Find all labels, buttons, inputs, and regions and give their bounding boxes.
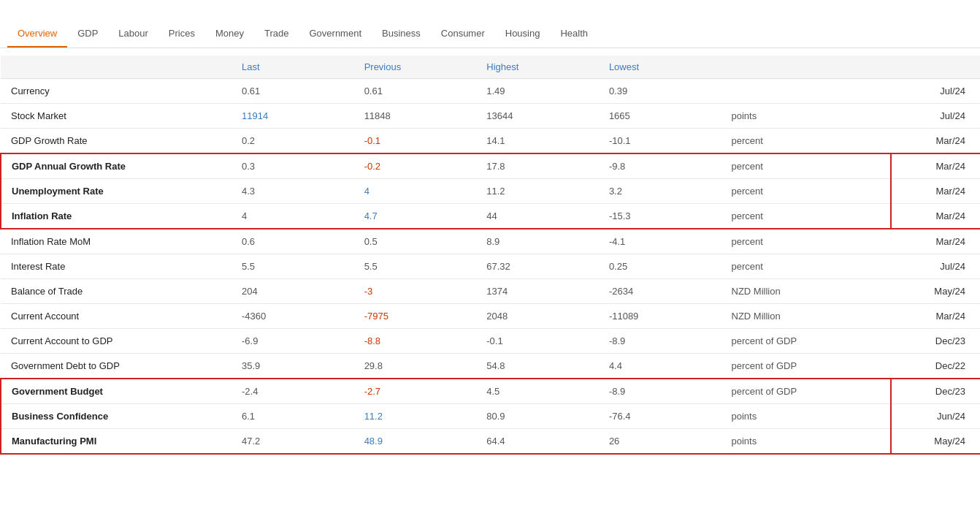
page-container: OverviewGDPLabourPricesMoneyTradeGovernm… — [0, 0, 980, 469]
col-header-last: Last — [234, 56, 357, 79]
nav-tab-business[interactable]: Business — [372, 20, 431, 48]
indicator-date: Jul/24 — [891, 254, 980, 279]
nav-tab-money[interactable]: Money — [205, 20, 254, 48]
indicator-unit: percent — [724, 153, 892, 179]
indicators-table: Last Previous Highest Lowest Currency 0.… — [0, 56, 980, 455]
nav-tab-consumer[interactable]: Consumer — [431, 20, 495, 48]
table-row[interactable]: Business Confidence 6.1 11.2 80.9 -76.4 … — [1, 404, 980, 429]
page-title — [0, 7, 980, 20]
indicator-unit: percent — [724, 129, 892, 154]
indicator-name: GDP Growth Rate — [1, 129, 234, 154]
indicator-name: Government Debt to GDP — [1, 354, 234, 379]
indicator-last: 0.3 — [234, 153, 357, 179]
nav-tab-government[interactable]: Government — [299, 20, 372, 48]
indicator-lowest: -15.3 — [602, 204, 724, 229]
nav-tab-trade[interactable]: Trade — [254, 20, 299, 48]
indicator-date: Jun/24 — [891, 404, 980, 429]
indicator-previous: 0.61 — [357, 79, 480, 104]
indicator-last: -6.9 — [234, 329, 357, 354]
col-header-date — [891, 56, 980, 79]
indicator-name: Inflation Rate — [1, 204, 234, 229]
table-row[interactable]: Government Budget -2.4 -2.7 4.5 -8.9 per… — [1, 379, 980, 404]
indicator-highest: 64.4 — [479, 429, 602, 455]
indicator-highest: 54.8 — [479, 354, 602, 379]
indicator-name: Unemployment Rate — [1, 179, 234, 204]
indicator-lowest: 26 — [602, 429, 724, 455]
nav-tab-prices[interactable]: Prices — [158, 20, 205, 48]
indicator-last: 35.9 — [234, 354, 357, 379]
indicator-unit: points — [724, 429, 892, 455]
indicator-name: Government Budget — [1, 379, 234, 404]
table-row[interactable]: Balance of Trade 204 -3 1374 -2634 NZD M… — [1, 279, 980, 304]
indicator-name: Balance of Trade — [1, 279, 234, 304]
indicator-lowest: -8.9 — [602, 379, 724, 404]
indicator-name: GDP Annual Growth Rate — [1, 153, 234, 179]
table-row[interactable]: Stock Market 11914 11848 13644 1665 poin… — [1, 104, 980, 129]
table-row[interactable]: Currency 0.61 0.61 1.49 0.39 Jul/24 — [1, 79, 980, 104]
nav-tab-overview[interactable]: Overview — [7, 20, 67, 48]
indicator-lowest: 0.25 — [602, 254, 724, 279]
nav-tab-housing[interactable]: Housing — [495, 20, 551, 48]
nav-tab-labour[interactable]: Labour — [108, 20, 158, 48]
indicator-unit: points — [724, 104, 892, 129]
indicator-previous: 4 — [357, 179, 480, 204]
nav-tab-gdp[interactable]: GDP — [67, 20, 108, 48]
nav-tab-health[interactable]: Health — [550, 20, 598, 48]
indicator-last: 0.2 — [234, 129, 357, 154]
indicator-highest: 67.32 — [479, 254, 602, 279]
indicator-highest: 2048 — [479, 304, 602, 329]
indicator-last: 204 — [234, 279, 357, 304]
indicator-date: Mar/24 — [891, 153, 980, 179]
indicator-date: Dec/23 — [891, 329, 980, 354]
table-row[interactable]: Inflation Rate MoM 0.6 0.5 8.9 -4.1 perc… — [1, 229, 980, 254]
indicator-highest: 8.9 — [479, 229, 602, 254]
indicator-highest: 13644 — [479, 104, 602, 129]
table-header: Last Previous Highest Lowest — [1, 56, 980, 79]
indicator-previous: -7975 — [357, 304, 480, 329]
indicator-highest: 17.8 — [479, 153, 602, 179]
indicator-lowest: -4.1 — [602, 229, 724, 254]
indicator-highest: -0.1 — [479, 329, 602, 354]
indicator-previous: -3 — [357, 279, 480, 304]
indicator-last: 4.3 — [234, 179, 357, 204]
indicator-unit: percent — [724, 179, 892, 204]
indicator-date: Mar/24 — [891, 179, 980, 204]
table-row[interactable]: Inflation Rate 4 4.7 44 -15.3 percent Ma… — [1, 204, 980, 229]
indicator-lowest: -8.9 — [602, 329, 724, 354]
table-row[interactable]: GDP Annual Growth Rate 0.3 -0.2 17.8 -9.… — [1, 153, 980, 179]
indicator-unit — [724, 79, 892, 104]
table-row[interactable]: Government Debt to GDP 35.9 29.8 54.8 4.… — [1, 354, 980, 379]
indicator-date: Dec/22 — [891, 354, 980, 379]
indicator-highest: 44 — [479, 204, 602, 229]
table-row[interactable]: Manufacturing PMI 47.2 48.9 64.4 26 poin… — [1, 429, 980, 455]
indicator-name: Manufacturing PMI — [1, 429, 234, 455]
table-row[interactable]: Interest Rate 5.5 5.5 67.32 0.25 percent… — [1, 254, 980, 279]
table-row[interactable]: Unemployment Rate 4.3 4 11.2 3.2 percent… — [1, 179, 980, 204]
indicator-previous: 29.8 — [357, 354, 480, 379]
indicator-name: Business Confidence — [1, 404, 234, 429]
table-row[interactable]: GDP Growth Rate 0.2 -0.1 14.1 -10.1 perc… — [1, 129, 980, 154]
indicator-unit: percent of GDP — [724, 329, 892, 354]
indicator-unit: percent — [724, 204, 892, 229]
indicator-unit: NZD Million — [724, 304, 892, 329]
table-row[interactable]: Current Account -4360 -7975 2048 -11089 … — [1, 304, 980, 329]
indicator-unit: percent of GDP — [724, 379, 892, 404]
col-header-lowest: Lowest — [602, 56, 724, 79]
indicator-date: May/24 — [891, 279, 980, 304]
table-body: Currency 0.61 0.61 1.49 0.39 Jul/24 Stoc… — [1, 79, 980, 455]
indicator-date: Mar/24 — [891, 204, 980, 229]
indicator-previous: 48.9 — [357, 429, 480, 455]
table-row[interactable]: Current Account to GDP -6.9 -8.8 -0.1 -8… — [1, 329, 980, 354]
indicator-last: 5.5 — [234, 254, 357, 279]
indicator-date: Mar/24 — [891, 229, 980, 254]
indicator-unit: NZD Million — [724, 279, 892, 304]
indicator-previous: 11.2 — [357, 404, 480, 429]
indicator-last: 11914 — [234, 104, 357, 129]
col-header-unit — [724, 56, 892, 79]
nav-tabs: OverviewGDPLabourPricesMoneyTradeGovernm… — [0, 20, 980, 48]
indicator-unit: percent of GDP — [724, 354, 892, 379]
indicator-highest: 11.2 — [479, 179, 602, 204]
indicator-date: Mar/24 — [891, 304, 980, 329]
indicator-date: Jul/24 — [891, 79, 980, 104]
indicator-date: May/24 — [891, 429, 980, 455]
